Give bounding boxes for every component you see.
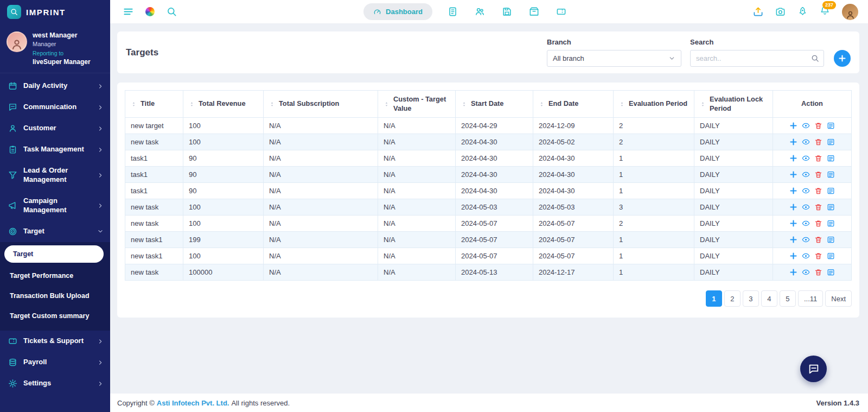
details-action-icon[interactable] <box>827 219 835 227</box>
sort-icon[interactable] <box>131 100 137 108</box>
sidebar-item-lead-order-management[interactable]: Lead & Order Management <box>0 160 110 191</box>
page-button-2[interactable]: 2 <box>724 290 741 307</box>
column-header-evaluation-lock-period[interactable]: Evaluation Lock Period <box>694 91 773 118</box>
add-action-icon[interactable] <box>789 154 797 162</box>
add-action-icon[interactable] <box>789 170 797 179</box>
company-link[interactable]: Asti Infotech Pvt. Ltd. <box>157 399 229 407</box>
sort-icon[interactable] <box>539 100 545 108</box>
view-action-icon[interactable] <box>802 154 810 162</box>
sidebar-item-daily-activity[interactable]: Daily Activity <box>0 75 110 97</box>
column-header-custom-target-value[interactable]: Custom - Target Value <box>378 91 456 118</box>
sidebar-item-settings[interactable]: Settings <box>0 373 110 394</box>
sort-icon[interactable] <box>189 100 195 108</box>
menu-toggle-icon[interactable] <box>123 7 133 17</box>
details-action-icon[interactable] <box>827 252 835 260</box>
tickets-icon[interactable] <box>556 7 566 17</box>
delete-action-icon[interactable] <box>814 203 822 211</box>
delete-action-icon[interactable] <box>814 236 822 244</box>
add-action-icon[interactable] <box>789 138 797 146</box>
dashboard-button[interactable]: Dashboard <box>363 3 432 20</box>
delete-action-icon[interactable] <box>814 252 822 260</box>
add-action-icon[interactable] <box>789 252 797 260</box>
delete-action-icon[interactable] <box>814 154 822 162</box>
details-action-icon[interactable] <box>827 138 835 146</box>
theme-color-wheel-icon[interactable] <box>145 7 155 16</box>
sort-icon[interactable] <box>384 100 390 108</box>
submenu-item-target-performance[interactable]: Target Performance <box>0 266 110 286</box>
sidebar-item-tickets-support[interactable]: Tickets & Support <box>0 331 110 352</box>
details-action-icon[interactable] <box>827 154 835 162</box>
column-header-start-date[interactable]: Start Date <box>456 91 533 118</box>
chat-support-button[interactable] <box>800 356 827 382</box>
column-header-end-date[interactable]: End Date <box>533 91 614 118</box>
notifications-button[interactable]: 237 <box>820 5 830 18</box>
view-action-icon[interactable] <box>802 219 810 227</box>
details-action-icon[interactable] <box>827 268 835 276</box>
details-action-icon[interactable] <box>827 170 835 179</box>
cell-custom-target-value: N/A <box>378 150 456 167</box>
sidebar-item-payroll[interactable]: Payroll <box>0 352 110 373</box>
reports-icon[interactable] <box>448 7 458 17</box>
add-action-icon[interactable] <box>789 236 797 244</box>
camera-icon[interactable] <box>775 7 786 17</box>
search-input[interactable] <box>690 50 824 67</box>
page-button-4[interactable]: 4 <box>761 290 777 307</box>
column-header-title[interactable]: Title <box>125 91 183 118</box>
submenu-item-target-custom-summary[interactable]: Target Custom summary <box>0 306 110 326</box>
view-action-icon[interactable] <box>802 187 810 195</box>
page-button-3[interactable]: 3 <box>743 290 759 307</box>
delete-action-icon[interactable] <box>814 138 822 146</box>
sidebar-user-avatar[interactable] <box>7 31 27 52</box>
add-target-button[interactable] <box>834 50 851 67</box>
details-action-icon[interactable] <box>827 236 835 244</box>
delete-action-icon[interactable] <box>814 122 822 130</box>
view-action-icon[interactable] <box>802 236 810 244</box>
page-button-next[interactable]: Next <box>825 290 852 307</box>
page-button-last[interactable]: ...11 <box>798 290 823 307</box>
team-icon[interactable] <box>475 7 485 17</box>
column-header-total-revenue[interactable]: Total Revenue <box>183 91 264 118</box>
column-header-evaluation-period[interactable]: Evaluation Period <box>614 91 694 118</box>
sort-icon[interactable] <box>700 100 706 108</box>
column-header-action[interactable]: Action <box>773 91 852 118</box>
view-action-icon[interactable] <box>802 170 810 179</box>
submenu-item-transaction-bulk-upload[interactable]: Transaction Bulk Upload <box>0 286 110 306</box>
search-icon[interactable] <box>811 54 819 62</box>
delete-action-icon[interactable] <box>814 170 822 179</box>
sidebar-item-communication[interactable]: Communication <box>0 97 110 118</box>
profile-avatar[interactable] <box>842 4 858 20</box>
sidebar-item-task-management[interactable]: Task Management <box>0 139 110 160</box>
export-data-icon[interactable] <box>753 7 763 17</box>
sort-icon[interactable] <box>269 100 275 108</box>
view-action-icon[interactable] <box>802 268 810 276</box>
add-action-icon[interactable] <box>789 122 797 130</box>
column-header-total-subscription[interactable]: Total Subscription <box>264 91 378 118</box>
add-action-icon[interactable] <box>789 219 797 227</box>
save-icon[interactable] <box>502 7 512 17</box>
add-action-icon[interactable] <box>789 203 797 211</box>
sidebar-item-campaign-management[interactable]: Campaign Management <box>0 191 110 221</box>
view-action-icon[interactable] <box>802 203 810 211</box>
branch-select[interactable]: All branch <box>547 50 681 67</box>
view-action-icon[interactable] <box>802 138 810 146</box>
sort-icon[interactable] <box>619 100 625 108</box>
add-action-icon[interactable] <box>789 268 797 276</box>
details-action-icon[interactable] <box>827 122 835 130</box>
add-action-icon[interactable] <box>789 187 797 195</box>
global-search-icon[interactable] <box>167 7 177 17</box>
delete-action-icon[interactable] <box>814 268 822 276</box>
view-action-icon[interactable] <box>802 252 810 260</box>
inventory-icon[interactable] <box>529 7 539 17</box>
delete-action-icon[interactable] <box>814 187 822 195</box>
submenu-item-target[interactable]: Target <box>4 245 104 263</box>
details-action-icon[interactable] <box>827 187 835 195</box>
sidebar-item-target[interactable]: Target <box>0 221 110 242</box>
sidebar-item-customer[interactable]: Customer <box>0 118 110 139</box>
delete-action-icon[interactable] <box>814 219 822 227</box>
rocket-icon[interactable] <box>797 7 808 17</box>
view-action-icon[interactable] <box>802 122 810 130</box>
details-action-icon[interactable] <box>827 203 835 211</box>
page-button-1[interactable]: 1 <box>706 290 722 307</box>
page-button-5[interactable]: 5 <box>780 290 796 307</box>
sort-icon[interactable] <box>461 100 467 108</box>
